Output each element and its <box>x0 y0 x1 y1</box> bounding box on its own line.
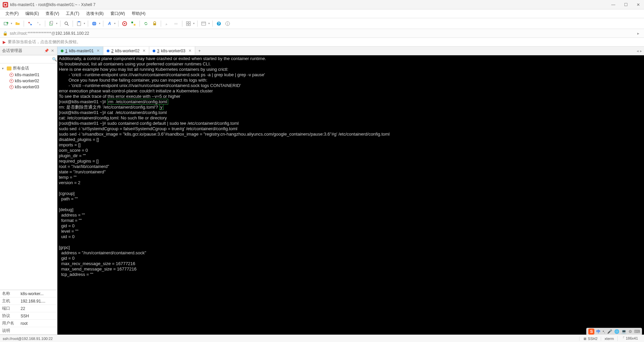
ime-pc-icon[interactable]: 💻 <box>621 329 626 334</box>
ime-toolbar[interactable]: S 中 •, 🎤 🌐 💻 ⚙ ⌨ <box>586 328 642 335</box>
svg-line-5 <box>29 23 31 24</box>
layout-icon[interactable] <box>200 20 207 27</box>
status-dot-icon <box>61 50 63 52</box>
window-title: k8s-master01 - root@k8s-master01:~ - Xsh… <box>10 2 610 7</box>
sync-icon[interactable] <box>143 20 149 27</box>
session-icon <box>9 73 14 77</box>
minimize-button[interactable]: — <box>610 2 617 7</box>
session-properties: 名称k8s-worker... 主机192.168.91.... 端口22 协议… <box>0 290 57 335</box>
tree-node-label: k8s-master01 <box>15 73 40 77</box>
toolbar: ▾ ▾ ▾ ▾ A▾ ▾ ▾ ? i <box>0 18 644 29</box>
menu-window[interactable]: 窗口(W) <box>108 10 128 18</box>
info-icon[interactable]: i <box>224 20 231 27</box>
table-row: 主机192.168.91.... <box>0 297 57 305</box>
address-bar: 🔒 ssh://root:***************@192.168.91.… <box>0 29 644 38</box>
tab-k8s-master01[interactable]: 1 k8s-master01 ✕ <box>57 47 103 55</box>
svg-rect-20 <box>153 23 156 25</box>
tree-node-worker02[interactable]: k8s-worker02 <box>0 78 57 84</box>
close-button[interactable]: ✕ <box>635 2 641 7</box>
find-icon[interactable] <box>63 20 70 27</box>
folder-icon <box>7 66 11 70</box>
close-panel-icon[interactable]: ✕ <box>50 49 55 53</box>
tile-icon[interactable] <box>185 20 192 27</box>
table-row: 说明 <box>0 327 57 335</box>
table-row: 用户名root <box>0 320 57 327</box>
address-text[interactable]: ssh://root:***************@192.168.91.10… <box>10 31 635 36</box>
ime-language[interactable]: 中 <box>596 329 600 335</box>
add-tab-button[interactable]: + <box>195 47 204 55</box>
tree-node-master01[interactable]: k8s-master01 <box>0 72 57 78</box>
erase-icon[interactable] <box>173 20 179 27</box>
status-ssh: SSH2 <box>579 337 601 341</box>
open-session-icon[interactable] <box>14 20 21 27</box>
tab-k8s-worker02[interactable]: 2 k8s-worker02 ✕ <box>103 47 149 55</box>
svg-text:?: ? <box>218 22 220 26</box>
lock-icon[interactable] <box>151 20 158 27</box>
paste-icon[interactable] <box>76 20 82 27</box>
tree-root[interactable]: ▾ 所有会话 <box>0 65 57 72</box>
search-icon[interactable]: 🔍 <box>52 57 57 62</box>
terminal-confirm: rm: 是否删除普通文件 '/etc/containerd/config.tom… <box>59 105 159 110</box>
search-input[interactable] <box>1 57 52 62</box>
address-go-icon[interactable]: ▸ <box>635 31 641 36</box>
terminal-output: Additionally, a control plane component … <box>59 56 266 99</box>
copy-icon[interactable] <box>48 20 55 27</box>
menu-file[interactable]: 文件(F) <box>3 10 21 18</box>
ime-keyboard-icon[interactable]: ⌨ <box>634 329 640 334</box>
svg-rect-23 <box>189 22 190 23</box>
svg-rect-24 <box>186 24 188 26</box>
tab-next-icon[interactable]: ▸ <box>640 49 642 53</box>
session-tree: ▾ 所有会话 k8s-master01 k8s-worker02 k8s-wor… <box>0 63 57 290</box>
window-buttons: — ☐ ✕ <box>610 2 641 7</box>
status-bar: ssh://root@192.168.91.100:22 SSH2 xterm … <box>0 335 644 342</box>
maximize-button[interactable]: ☐ <box>623 2 629 7</box>
session-manager-header: 会话管理器 📌 ✕ <box>0 47 57 55</box>
session-manager-title: 会话管理器 <box>2 48 43 54</box>
address-host: 192.168.91.100:22 <box>55 31 89 36</box>
tab-close-icon[interactable]: ✕ <box>97 49 100 53</box>
highlight-icon[interactable] <box>164 20 171 27</box>
menu-tools[interactable]: 工具(T) <box>63 10 82 18</box>
ime-punct-icon[interactable]: •, <box>602 329 605 334</box>
svg-point-17 <box>124 23 125 24</box>
tab-label: k8s-master01 <box>69 49 94 53</box>
tab-number: 1 <box>65 49 68 53</box>
pin-icon[interactable]: 📌 <box>43 49 50 53</box>
address-prefix: ssh://root:***************@ <box>10 31 55 36</box>
svg-rect-18 <box>131 22 133 23</box>
tab-prev-icon[interactable]: ◂ <box>637 49 639 53</box>
help-icon[interactable]: ? <box>215 20 222 27</box>
tab-k8s-worker03[interactable]: 3 k8s-worker03 ✕ <box>149 47 195 55</box>
xftp-icon[interactable] <box>130 20 137 27</box>
app-icon <box>3 2 8 7</box>
menu-view[interactable]: 查看(V) <box>43 10 62 18</box>
new-session-icon[interactable] <box>3 20 9 27</box>
titlebar: k8s-master01 - root@k8s-master01:~ - Xsh… <box>0 0 644 9</box>
font-icon[interactable]: A <box>106 20 113 27</box>
ime-web-icon[interactable]: 🌐 <box>614 329 619 334</box>
tab-nav: ◂ ▸ <box>635 47 644 55</box>
sogou-icon[interactable]: S <box>588 329 594 335</box>
tab-close-icon[interactable]: ✕ <box>188 49 191 53</box>
globe-icon[interactable] <box>91 20 98 27</box>
xagent-icon[interactable] <box>121 20 128 27</box>
menu-help[interactable]: 帮助(H) <box>129 10 148 18</box>
menu-tabs[interactable]: 选项卡(B) <box>83 10 106 18</box>
svg-rect-21 <box>174 23 178 25</box>
tab-close-icon[interactable]: ✕ <box>143 49 146 53</box>
ime-gear-icon[interactable]: ⚙ <box>628 329 632 334</box>
tree-node-worker03[interactable]: k8s-worker03 <box>0 84 57 90</box>
disconnect-icon[interactable] <box>35 20 42 27</box>
svg-point-10 <box>65 22 68 25</box>
terminal-confirm-answer: y <box>159 104 164 110</box>
terminal-prompt: [root@k8s-master01 ~]# <box>59 99 107 104</box>
reconnect-icon[interactable] <box>27 20 33 27</box>
ime-voice-icon[interactable]: 🎤 <box>607 329 612 334</box>
svg-point-6 <box>37 22 38 23</box>
hint-text: 要添加当前会话，点击左侧的箭头按钮。 <box>8 39 81 45</box>
svg-rect-26 <box>202 22 206 25</box>
terminal[interactable]: Additionally, a control plane component … <box>57 55 644 335</box>
collapse-icon[interactable]: ▾ <box>2 67 5 70</box>
menu-edit[interactable]: 编辑(E) <box>23 10 42 18</box>
tree-root-label: 所有会话 <box>13 65 29 71</box>
